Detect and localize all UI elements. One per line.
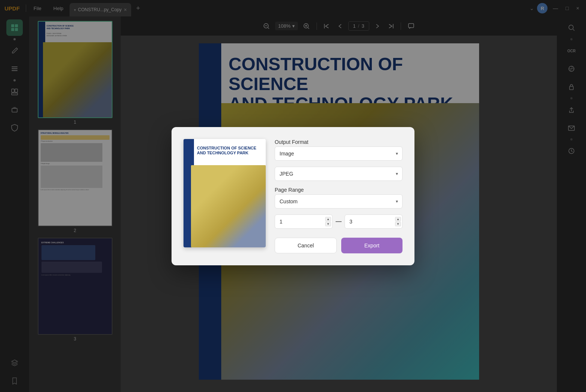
- page-range-inputs: 1 ▲ ▼ — 3 ▲ ▼: [275, 214, 403, 229]
- page-to-input[interactable]: 3: [345, 214, 403, 229]
- page-from-up-button[interactable]: ▲: [325, 217, 331, 221]
- preview-building: [191, 165, 266, 247]
- preview-title: CONSTRUCTION OF SCIENCE AND TECHNOLOGY P…: [197, 146, 256, 155]
- page-from-down-button[interactable]: ▼: [325, 222, 331, 226]
- modal-overlay: CONSTRUCTION OF SCIENCE AND TECHNOLOGY P…: [0, 0, 586, 392]
- page-to-wrapper: 3 ▲ ▼: [345, 214, 403, 229]
- subformat-select-wrapper: JPEG PNG BMP TIFF ▾: [275, 167, 403, 181]
- format-select[interactable]: Image Word Excel PowerPoint PDF: [275, 146, 403, 161]
- page-from-input[interactable]: 1: [275, 214, 333, 229]
- page-range-label: Page Range: [275, 187, 403, 193]
- modal-form: Output Format Image Word Excel PowerPoin…: [275, 139, 403, 253]
- page-range-select[interactable]: All Pages Custom Current Page: [275, 194, 403, 209]
- page-from-spinners: ▲ ▼: [325, 217, 331, 226]
- modal-buttons: Cancel Export: [275, 238, 403, 253]
- cancel-button[interactable]: Cancel: [275, 238, 337, 253]
- page-from-wrapper: 1 ▲ ▼: [275, 214, 333, 229]
- modal-preview-image: CONSTRUCTION OF SCIENCE AND TECHNOLOGY P…: [183, 139, 266, 247]
- page-to-spinners: ▲ ▼: [395, 217, 401, 226]
- output-format-label: Output Format: [275, 139, 403, 145]
- export-modal: CONSTRUCTION OF SCIENCE AND TECHNOLOGY P…: [172, 127, 414, 265]
- export-button[interactable]: Export: [341, 238, 403, 253]
- subformat-select[interactable]: JPEG PNG BMP TIFF: [275, 167, 403, 181]
- page-to-down-button[interactable]: ▼: [395, 222, 401, 226]
- format-select-wrapper: Image Word Excel PowerPoint PDF ▾: [275, 146, 403, 161]
- page-to-up-button[interactable]: ▲: [395, 217, 401, 221]
- modal-preview: CONSTRUCTION OF SCIENCE AND TECHNOLOGY P…: [183, 139, 266, 253]
- range-dash: —: [336, 218, 342, 225]
- page-range-select-wrapper: All Pages Custom Current Page ▾: [275, 194, 403, 209]
